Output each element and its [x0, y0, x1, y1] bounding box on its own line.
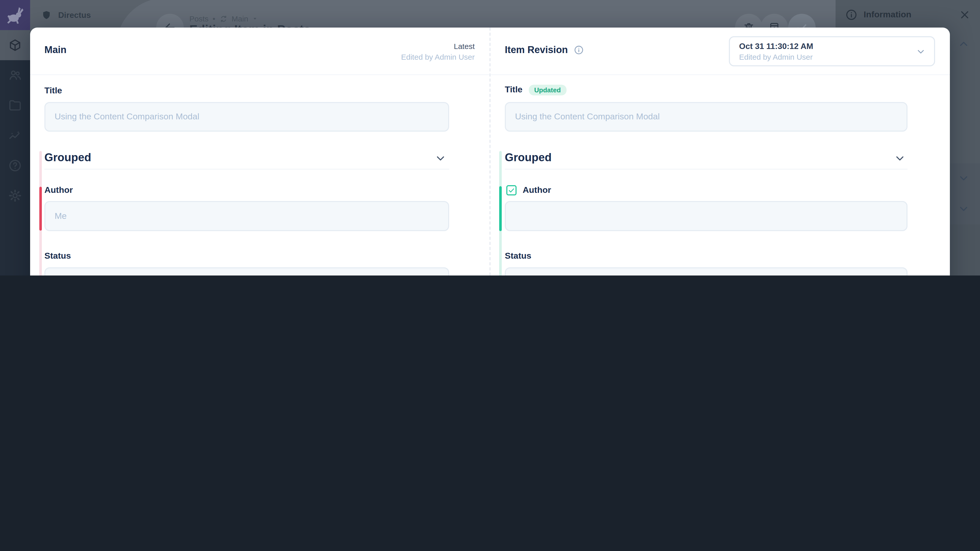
module-bar [0, 0, 30, 275]
module-insights[interactable] [0, 121, 30, 151]
title-input[interactable]: Using the Content Comparison Modal [505, 102, 907, 132]
edited-by: Edited by Admin User [401, 52, 475, 62]
project-name: Directus [58, 11, 91, 20]
title-label: Title [505, 85, 522, 95]
header-divider [30, 75, 950, 75]
settings-icon [8, 189, 22, 203]
close-icon[interactable] [959, 9, 971, 21]
module-help[interactable] [0, 151, 30, 181]
status-select[interactable]: Draft [45, 267, 449, 275]
project-shield-icon [41, 10, 52, 21]
title-value: Using the Content Comparison Modal [515, 112, 660, 122]
chevron-down-icon [916, 46, 926, 56]
directus-logo[interactable] [0, 0, 30, 30]
group-heading: Grouped [505, 151, 552, 164]
group-heading: Grouped [45, 151, 91, 164]
revision-info-icon[interactable] [573, 45, 584, 55]
section-collapse-icon[interactable] [958, 38, 970, 50]
right-pane-header: Item Revision [505, 44, 584, 56]
updated-badge: Updated [528, 84, 566, 95]
breadcrumb-separator: • [213, 14, 215, 23]
help-icon [8, 159, 22, 172]
left-pane-meta: Latest Edited by Admin User [401, 41, 475, 62]
users-icon [8, 68, 22, 82]
group-collapse-icon[interactable] [434, 152, 447, 164]
removed-rail-active [39, 187, 42, 230]
pane-divider [490, 27, 490, 275]
author-label: Author [523, 185, 551, 195]
module-content[interactable] [0, 30, 30, 60]
screen: Directus Posts • Main Editing Item in Po… [0, 0, 980, 275]
module-settings[interactable] [0, 181, 30, 211]
status-label: Status [45, 251, 71, 261]
title-label: Title [45, 86, 62, 96]
group-divider [505, 169, 907, 169]
version-label: Latest [401, 41, 475, 52]
sidebar-title: Information [864, 10, 912, 20]
box-icon [8, 38, 22, 52]
comparison-modal: Main Latest Edited by Admin User Item Re… [30, 27, 950, 275]
left-pane-title: Main [45, 44, 67, 56]
revision-edited-by: Edited by Admin User [739, 51, 813, 62]
title-input[interactable]: Using the Content Comparison Modal [45, 102, 449, 132]
status-label: Status [505, 251, 531, 261]
author-value: Me [55, 211, 67, 221]
breadcrumb[interactable]: Posts • Main [189, 14, 258, 23]
author-input[interactable]: Me [45, 201, 449, 231]
author-label: Author [45, 185, 73, 195]
author-input[interactable] [505, 201, 907, 231]
added-rail-active [499, 186, 502, 231]
rabbit-icon [5, 5, 25, 25]
insights-icon [8, 129, 22, 142]
revision-select[interactable]: Oct 31 11:30:12 AM Edited by Admin User [729, 36, 935, 66]
right-pane-title: Item Revision [505, 44, 568, 56]
author-label-row: Author [506, 184, 551, 197]
module-files[interactable] [0, 90, 30, 121]
section-expand-icon[interactable] [958, 172, 970, 184]
check-icon [508, 187, 515, 194]
caret-down-icon [252, 16, 258, 21]
title-value: Using the Content Comparison Modal [55, 112, 199, 122]
version-icon [220, 14, 228, 23]
author-diff-checkbox[interactable] [506, 185, 517, 195]
group-divider [45, 169, 449, 169]
breadcrumb-collection: Posts [189, 14, 208, 23]
title-label-row: Title Updated [505, 84, 566, 96]
folder-icon [8, 98, 22, 112]
group-collapse-icon[interactable] [894, 152, 906, 164]
module-users[interactable] [0, 60, 30, 90]
info-icon [845, 9, 858, 21]
breadcrumb-version: Main [232, 14, 248, 23]
status-select[interactable]: Draft [505, 267, 907, 275]
section-expand-icon[interactable] [958, 203, 970, 215]
revision-time: Oct 31 11:30:12 AM [739, 41, 813, 51]
